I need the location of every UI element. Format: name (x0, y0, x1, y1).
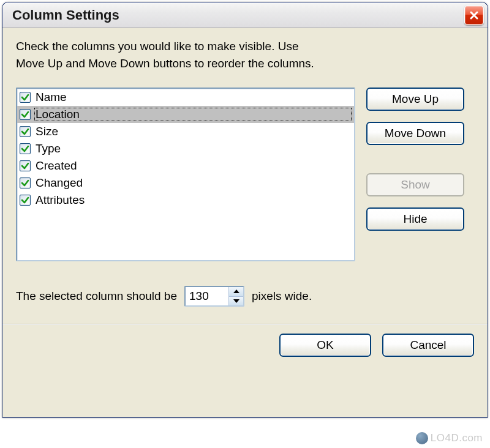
move-down-button[interactable]: Move Down (366, 122, 464, 145)
checkbox[interactable] (20, 126, 31, 137)
width-spinbox[interactable] (184, 286, 244, 307)
button-spacer (366, 156, 464, 162)
dialog-window: Column Settings Check the columns you wo… (2, 2, 488, 418)
spin-buttons (228, 287, 243, 305)
list-item[interactable]: Name (17, 89, 354, 106)
width-prefix-label: The selected column should be (16, 289, 177, 303)
check-icon (21, 110, 29, 119)
check-icon (21, 162, 29, 170)
list-item[interactable]: Created (17, 157, 354, 174)
list-item-label: Size (34, 125, 59, 138)
spin-down-button[interactable] (229, 297, 243, 306)
list-item-label: Changed (34, 176, 84, 190)
check-icon (21, 196, 29, 204)
dialog-footer: OK Cancel (2, 325, 488, 367)
chevron-up-icon (233, 289, 239, 293)
list-item-label: Location (34, 108, 352, 121)
window-title: Column Settings (12, 7, 464, 23)
checkbox[interactable] (20, 160, 31, 171)
close-icon (469, 10, 479, 20)
client-area: Check the columns you would like to make… (2, 28, 488, 325)
check-icon (21, 127, 29, 136)
titlebar[interactable]: Column Settings (2, 2, 488, 28)
instructions-line2: Move Up and Move Down buttons to reorder… (16, 57, 314, 70)
show-button: Show (366, 173, 464, 196)
checkbox[interactable] (20, 92, 31, 103)
checkbox[interactable] (20, 109, 31, 120)
checkbox[interactable] (20, 143, 31, 154)
width-suffix-label: pixels wide. (252, 289, 312, 303)
list-item-label: Type (34, 142, 62, 155)
list-item[interactable]: Size (17, 123, 354, 140)
middle-row: NameLocationSizeTypeCreatedChangedAttrib… (16, 88, 474, 261)
checkbox[interactable] (20, 195, 31, 206)
list-item-label: Name (34, 91, 68, 104)
hide-button[interactable]: Hide (366, 207, 464, 231)
check-icon (21, 179, 29, 187)
chevron-down-icon (233, 299, 239, 303)
check-icon (21, 144, 29, 153)
move-up-button[interactable]: Move Up (366, 88, 464, 111)
checkbox[interactable] (20, 177, 31, 189)
ok-button[interactable]: OK (279, 334, 371, 357)
watermark-text: LO4D.com (431, 432, 483, 444)
check-icon (21, 93, 29, 102)
columns-listbox[interactable]: NameLocationSizeTypeCreatedChangedAttrib… (16, 88, 355, 261)
list-item[interactable]: Location (17, 106, 354, 123)
list-item[interactable]: Changed (17, 174, 354, 192)
button-column: Move Up Move Down Show Hide (366, 88, 464, 261)
list-item[interactable]: Attributes (17, 192, 354, 209)
instructions-text: Check the columns you would like to make… (16, 38, 474, 72)
cancel-button[interactable]: Cancel (382, 334, 474, 357)
width-row: The selected column should be pixels wid… (16, 286, 474, 307)
spin-up-button[interactable] (229, 287, 243, 297)
list-item-label: Attributes (34, 193, 86, 207)
globe-icon (416, 432, 428, 444)
width-input[interactable] (186, 287, 228, 305)
list-item[interactable]: Type (17, 140, 354, 157)
close-button[interactable] (464, 6, 484, 25)
watermark: LO4D.com (416, 432, 483, 444)
list-item-label: Created (34, 159, 78, 173)
instructions-line1: Check the columns you would like to make… (16, 40, 298, 53)
